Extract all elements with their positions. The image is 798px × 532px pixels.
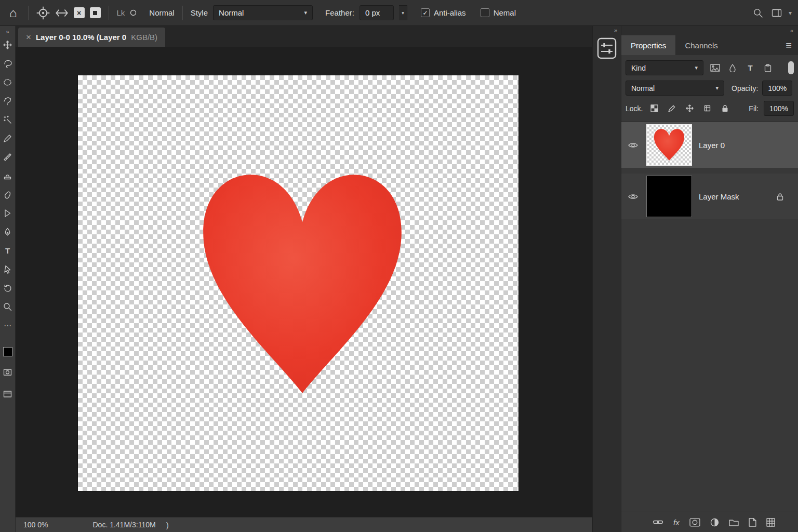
magnetic-lasso-tool-icon[interactable] bbox=[1, 91, 15, 110]
add-mask-icon[interactable] bbox=[689, 518, 700, 527]
visibility-toggle[interactable] bbox=[621, 174, 645, 219]
ellipse-marquee-tool-icon[interactable] bbox=[1, 73, 15, 91]
heart-artwork bbox=[192, 167, 413, 404]
divider bbox=[28, 6, 29, 20]
subtract-selection-icon[interactable]: × bbox=[74, 7, 85, 18]
home-icon[interactable]: ⌂ bbox=[6, 7, 20, 19]
chevron-down-icon: ▾ bbox=[715, 85, 719, 91]
sliders-panel-icon bbox=[597, 37, 617, 59]
opacity-field[interactable]: 100% bbox=[762, 81, 792, 96]
pencil-tool-icon[interactable] bbox=[1, 129, 15, 148]
nemal-label: Nemal bbox=[494, 8, 516, 17]
fill-field[interactable]: 100% bbox=[764, 101, 794, 116]
style-select[interactable]: Normal ▾ bbox=[213, 5, 313, 20]
layer-row-layer-0[interactable]: Layer 0 bbox=[621, 122, 798, 168]
grid-icon[interactable] bbox=[766, 518, 775, 527]
stamp-tool-icon[interactable] bbox=[1, 166, 15, 185]
tab-channels-label: Channels bbox=[685, 41, 717, 50]
search-icon[interactable] bbox=[751, 6, 765, 20]
lock-position-icon[interactable] bbox=[683, 102, 696, 115]
zoom-level-field[interactable]: 100 0% bbox=[23, 521, 48, 529]
style-label: Style bbox=[191, 8, 208, 17]
adjustment-layer-icon[interactable] bbox=[710, 518, 719, 527]
chevron-down-icon[interactable]: ▾ bbox=[789, 9, 792, 17]
status-popup-icon[interactable]: ) bbox=[166, 521, 169, 529]
document-tab[interactable]: × Layer 0-0 10.0% (Layer 0 KGB/B) bbox=[18, 28, 165, 47]
link-layers-icon[interactable] bbox=[653, 519, 663, 525]
new-layer-icon[interactable] bbox=[749, 518, 756, 527]
lock-transparency-icon[interactable] bbox=[648, 102, 660, 115]
panel-header-strip: « bbox=[621, 26, 798, 35]
new-selection-icon[interactable] bbox=[36, 6, 50, 20]
foreground-color-swatch[interactable] bbox=[3, 347, 12, 356]
kind-select-value: Kind bbox=[631, 64, 646, 72]
chevron-down-icon: ▾ bbox=[304, 9, 308, 16]
layer-style-icon[interactable]: fx bbox=[673, 518, 680, 527]
layer-thumbnail[interactable] bbox=[646, 124, 692, 166]
options-bar: ⌂ × Lk Normal Style Normal ▾ Feather: 0 … bbox=[0, 0, 798, 26]
document-area: × Layer 0-0 10.0% (Layer 0 KGB/B) 100 0%… bbox=[16, 26, 592, 532]
filter-pixel-layers-icon[interactable] bbox=[709, 62, 721, 74]
workspace-layout-icon[interactable] bbox=[770, 6, 783, 20]
zoom-tool-icon[interactable] bbox=[1, 297, 15, 316]
lk-indicator: Lk bbox=[117, 8, 125, 17]
filter-adjustment-layers-icon[interactable] bbox=[726, 62, 739, 74]
tab-properties[interactable]: Properties bbox=[621, 35, 675, 55]
visibility-toggle[interactable] bbox=[621, 122, 645, 168]
new-group-icon[interactable] bbox=[729, 518, 739, 526]
layers-list: Layer 0 Layer Mask bbox=[621, 122, 798, 225]
filter-shape-layers-icon[interactable] bbox=[762, 62, 774, 74]
lasso-tool-icon[interactable] bbox=[1, 54, 15, 73]
lock-all-icon[interactable] bbox=[719, 102, 731, 115]
kind-select[interactable]: Kind ▾ bbox=[626, 60, 703, 75]
filter-type-layers-icon[interactable]: T bbox=[744, 62, 756, 74]
move-tool-icon[interactable] bbox=[1, 35, 15, 54]
properties-dock-icon[interactable] bbox=[597, 37, 617, 61]
panel-tabs: Properties Channels ≡ bbox=[621, 35, 798, 55]
chevron-down-icon: ▾ bbox=[695, 64, 698, 71]
type-glyph: T bbox=[748, 64, 752, 72]
layer-row-layer-mask[interactable]: Layer Mask bbox=[621, 174, 798, 219]
panel-collapse-icon[interactable]: « bbox=[790, 28, 793, 34]
lock-icon bbox=[777, 193, 783, 201]
pen-tool-icon[interactable] bbox=[1, 222, 15, 241]
antialias-checkbox[interactable]: ✓ bbox=[421, 8, 430, 17]
toolbar-collapse-icon[interactable]: » bbox=[6, 28, 9, 35]
document-canvas[interactable] bbox=[78, 75, 518, 491]
panel-menu-icon[interactable]: ≡ bbox=[779, 39, 798, 51]
layer-name[interactable]: Layer Mask bbox=[699, 192, 739, 201]
more-tools-icon[interactable]: ⋯ bbox=[1, 316, 15, 335]
quick-mask-icon[interactable] bbox=[1, 363, 15, 381]
type-tool-icon[interactable]: T bbox=[1, 241, 15, 260]
close-tab-icon[interactable]: × bbox=[26, 33, 31, 42]
dock-expand-icon[interactable]: » bbox=[610, 26, 621, 34]
rotate-view-tool-icon[interactable] bbox=[1, 278, 15, 297]
document-size-info: Doc. 1.41M/3:110M bbox=[92, 521, 155, 529]
blend-mode-select[interactable]: Normal ▾ bbox=[626, 81, 724, 96]
screen-mode-icon[interactable] bbox=[1, 384, 15, 403]
direct-selection-tool-icon[interactable] bbox=[1, 260, 15, 278]
type-glyph: T bbox=[5, 247, 10, 255]
feather-input[interactable]: 0 px bbox=[360, 5, 394, 20]
lock-pixels-icon[interactable] bbox=[666, 102, 678, 115]
shape-tool-icon[interactable] bbox=[1, 204, 15, 222]
canvas-pasteboard[interactable] bbox=[16, 47, 592, 517]
filter-toggle-handle[interactable] bbox=[788, 61, 794, 74]
tool-mode-label[interactable]: Normal bbox=[149, 8, 174, 17]
smudge-tool-icon[interactable] bbox=[1, 185, 15, 204]
intersect-selection-icon[interactable] bbox=[90, 7, 101, 18]
divider bbox=[182, 6, 183, 20]
lock-row: Lock. Fil: 100% bbox=[621, 100, 798, 122]
layer-name[interactable]: Layer 0 bbox=[699, 141, 725, 150]
collapsed-dock: » bbox=[592, 26, 621, 532]
antialias-label: Anti-alias bbox=[434, 8, 466, 17]
lock-artboard-icon[interactable] bbox=[701, 102, 713, 115]
magic-wand-tool-icon[interactable] bbox=[1, 110, 15, 129]
nemal-checkbox[interactable] bbox=[481, 8, 489, 17]
ruler-tool-icon[interactable] bbox=[1, 148, 15, 166]
transform-arrows-icon[interactable] bbox=[55, 6, 69, 20]
feather-stepper-icon[interactable]: ▾ bbox=[399, 5, 407, 20]
layer-mask-thumbnail[interactable] bbox=[646, 176, 692, 217]
tab-channels[interactable]: Channels bbox=[675, 35, 727, 55]
heart-thumbnail-art bbox=[647, 125, 691, 165]
